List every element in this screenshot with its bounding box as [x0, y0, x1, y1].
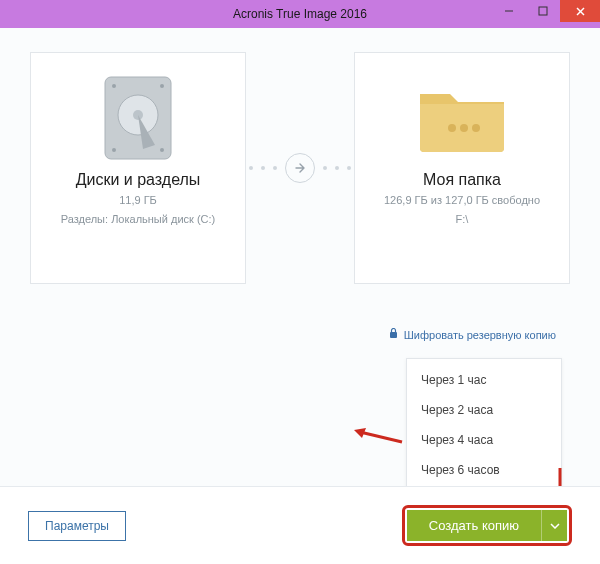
minimize-button[interactable] — [492, 0, 526, 22]
schedule-option[interactable]: Через 4 часа — [407, 425, 561, 455]
create-copy-button[interactable]: Создать копию — [407, 510, 541, 541]
dot-icon — [335, 166, 339, 170]
close-button[interactable] — [560, 0, 600, 22]
svg-rect-1 — [539, 7, 547, 15]
svg-rect-14 — [390, 332, 397, 338]
maximize-button[interactable] — [526, 0, 560, 22]
bottom-bar: Параметры Создать копию — [0, 486, 600, 564]
create-copy-dropdown-button[interactable] — [541, 510, 567, 541]
disk-icon — [103, 73, 173, 163]
source-detail: Разделы: Локальный диск (C:) — [61, 212, 215, 227]
dest-path: F:\ — [456, 212, 469, 227]
svg-point-8 — [160, 84, 164, 88]
main-content: Диски и разделы 11,9 ГБ Разделы: Локальн… — [0, 28, 600, 486]
schedule-option[interactable]: Через 2 часа — [407, 395, 561, 425]
dot-icon — [273, 166, 277, 170]
lock-icon — [389, 328, 398, 341]
direction-arrow — [246, 52, 354, 284]
svg-line-15 — [360, 432, 402, 442]
encrypt-backup-link[interactable]: Шифровать резервную копию — [389, 328, 556, 341]
svg-point-12 — [460, 124, 468, 132]
window-buttons — [492, 0, 600, 28]
svg-point-13 — [472, 124, 480, 132]
encrypt-link-text: Шифровать резервную копию — [404, 329, 556, 341]
backup-panels: Диски и разделы 11,9 ГБ Разделы: Локальн… — [20, 52, 580, 284]
dest-title: Моя папка — [423, 171, 501, 189]
source-size: 11,9 ГБ — [119, 193, 157, 208]
parameters-button[interactable]: Параметры — [28, 511, 126, 541]
create-copy-group: Создать копию — [402, 505, 572, 546]
dot-icon — [347, 166, 351, 170]
schedule-option[interactable]: Через 1 час — [407, 365, 561, 395]
svg-point-11 — [448, 124, 456, 132]
svg-point-10 — [160, 148, 164, 152]
window-title: Acronis True Image 2016 — [233, 7, 367, 21]
source-title: Диски и разделы — [76, 171, 201, 189]
dot-icon — [261, 166, 265, 170]
chevron-down-icon — [550, 523, 560, 529]
arrow-right-icon — [285, 153, 315, 183]
svg-point-9 — [112, 148, 116, 152]
dot-icon — [249, 166, 253, 170]
destination-panel[interactable]: Моя папка 126,9 ГБ из 127,0 ГБ свободно … — [354, 52, 570, 284]
titlebar: Acronis True Image 2016 — [0, 0, 600, 28]
source-panel[interactable]: Диски и разделы 11,9 ГБ Разделы: Локальн… — [30, 52, 246, 284]
dot-icon — [323, 166, 327, 170]
folder-icon — [414, 73, 510, 163]
annotation-arrow-icon — [354, 430, 400, 432]
svg-point-7 — [112, 84, 116, 88]
schedule-option[interactable]: Через 6 часов — [407, 455, 561, 485]
dest-free-space: 126,9 ГБ из 127,0 ГБ свободно — [384, 193, 540, 208]
